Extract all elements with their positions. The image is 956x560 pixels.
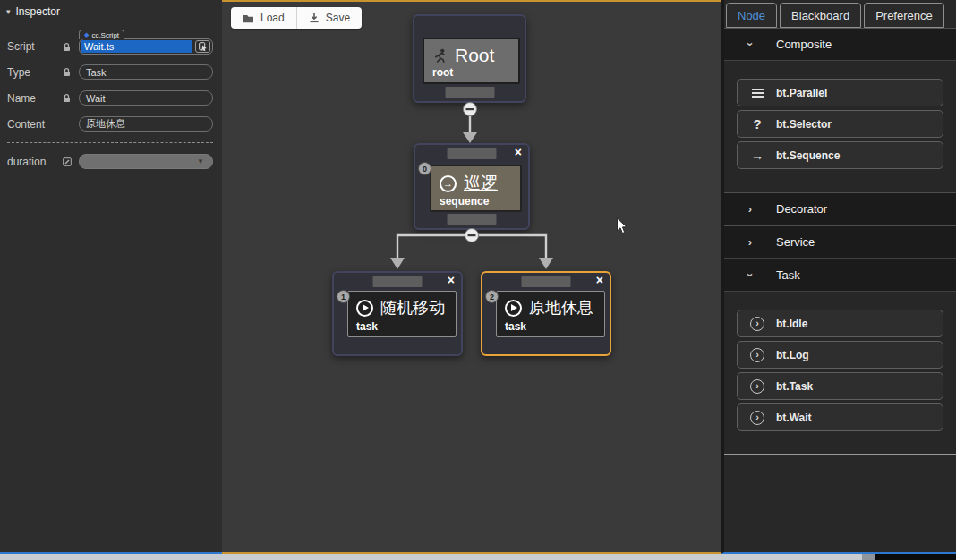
duration-row: duration ▼ (7, 154, 213, 169)
palette-item-label: bt.Task (776, 380, 813, 393)
horizontal-scrollbar (0, 554, 956, 560)
tab-preference[interactable]: Preference (864, 3, 944, 28)
section-label: Task (776, 268, 800, 282)
arrow-right-icon: → (749, 148, 765, 163)
close-node-button[interactable]: × (596, 273, 603, 287)
node-title: 原地休息 (529, 297, 593, 318)
node-title: Root (455, 45, 494, 66)
question-icon: ? (749, 116, 765, 132)
script-input[interactable]: Wait.ts (81, 40, 192, 53)
circled-chevron-icon: › (749, 379, 765, 394)
node-body[interactable]: 原地休息 task (496, 291, 605, 337)
section-label: Service (776, 235, 815, 249)
section-header-decorator[interactable]: › Decorator (724, 192, 956, 225)
lock-icon (63, 42, 79, 52)
section-label: Composite (776, 38, 832, 51)
palette-item-parallel[interactable]: bt.Parallel (737, 79, 943, 106)
load-button[interactable]: Load (231, 7, 296, 29)
palette-item-label: bt.Parallel (776, 87, 827, 99)
edit-icon (63, 157, 79, 166)
type-row: Type Task (7, 64, 213, 80)
input-port[interactable] (373, 276, 423, 287)
palette-item-log[interactable]: › bt.Log (737, 341, 943, 369)
lock-icon (63, 93, 79, 103)
node-subtitle: task (497, 320, 604, 336)
input-port[interactable] (522, 276, 571, 287)
content-row: Content 原地休息 (7, 116, 213, 132)
palette-item-label: bt.Sequence (776, 149, 840, 162)
pick-asset-icon (199, 42, 208, 51)
duration-dropdown[interactable]: ▼ (79, 154, 213, 169)
tab-node[interactable]: Node (726, 3, 777, 28)
inspector-panel: ▾ Inspector Script ◆ cc.Script Wait.ts (0, 0, 222, 554)
duration-label: duration (7, 156, 63, 168)
graph-node-root[interactable]: Root root (413, 14, 526, 103)
circled-chevron-icon: › (749, 317, 765, 331)
scrollbar-thumb[interactable] (862, 554, 875, 560)
parallel-icon (749, 89, 765, 98)
content-input[interactable]: 原地休息 (79, 116, 213, 132)
palette-item-task[interactable]: › bt.Task (737, 372, 943, 400)
close-node-button[interactable]: × (515, 145, 522, 159)
save-button[interactable]: Save (296, 7, 362, 29)
collapse-button-root[interactable] (464, 103, 477, 116)
section-label: Decorator (776, 202, 827, 216)
download-icon (309, 13, 320, 23)
output-port[interactable] (445, 87, 494, 98)
name-input[interactable]: Wait (79, 90, 213, 106)
load-button-label: Load (260, 12, 285, 24)
palette-item-idle[interactable]: › bt.Idle (737, 310, 943, 337)
script-field-group: Wait.ts (79, 38, 213, 55)
input-port[interactable] (448, 148, 497, 159)
palette-tabbar: Node Blackboard Preference (724, 0, 956, 28)
node-body[interactable]: Root root (423, 38, 520, 84)
node-title: 随机移动 (380, 297, 445, 318)
graph-node-task-randommove[interactable]: × 1 随机移动 task (332, 271, 463, 356)
palette-item-label: bt.Log (776, 349, 809, 361)
palette-item-selector[interactable]: ? bt.Selector (737, 110, 943, 138)
node-subtitle: task (348, 320, 456, 336)
name-label: Name (7, 92, 63, 105)
close-node-button[interactable]: × (448, 273, 455, 287)
tab-blackboard[interactable]: Blackboard (780, 3, 861, 28)
node-palette-panel: Node Blackboard Preference › Composite b… (721, 0, 956, 554)
script-row: Script ◆ cc.Script Wait.ts (7, 38, 213, 54)
mouse-cursor (616, 217, 628, 239)
section-header-composite[interactable]: › Composite (724, 28, 956, 61)
inspector-header[interactable]: ▾ Inspector (0, 0, 222, 23)
folder-icon (243, 13, 254, 23)
order-badge: 1 (337, 290, 350, 303)
palette-item-label: bt.Idle (776, 318, 807, 330)
node-subtitle: sequence (431, 195, 520, 211)
dropdown-arrow-icon: ▼ (197, 157, 204, 165)
collapse-button-sequence[interactable] (465, 229, 479, 242)
script-type-chip: ◆ cc.Script (79, 30, 124, 39)
graph-node-sequence[interactable]: × 0 → 巡逻 sequence (414, 143, 530, 230)
name-row: Name Wait (7, 90, 213, 106)
section-header-task[interactable]: › Task (724, 259, 956, 292)
chevron-right-icon: › (744, 202, 756, 216)
graph-canvas[interactable]: Load Save (222, 0, 721, 554)
task-items: › bt.Idle › bt.Log › bt.Task › bt.Wait (724, 292, 956, 454)
type-label: Type (7, 66, 63, 79)
node-body[interactable]: 随机移动 task (347, 291, 457, 337)
palette-item-sequence[interactable]: → bt.Sequence (737, 141, 943, 169)
chevron-down-icon: › (744, 269, 757, 282)
lock-icon (63, 67, 79, 77)
asset-diamond-icon: ◆ (84, 31, 89, 38)
chevron-down-icon: › (744, 38, 757, 51)
play-icon (505, 300, 522, 317)
type-input[interactable]: Task (79, 64, 213, 80)
runner-icon (432, 48, 448, 64)
save-button-label: Save (326, 12, 350, 24)
circled-chevron-icon: › (749, 348, 765, 362)
node-body[interactable]: → 巡逻 sequence (430, 165, 522, 212)
behavior-tree-editor-window: ▾ Inspector Script ◆ cc.Script Wait.ts (0, 0, 956, 560)
scrollbar-track[interactable] (0, 554, 862, 560)
output-port[interactable] (448, 214, 497, 225)
inspector-title: Inspector (16, 5, 60, 18)
section-header-service[interactable]: › Service (724, 225, 956, 259)
palette-item-wait[interactable]: › bt.Wait (737, 403, 943, 431)
graph-node-task-rest[interactable]: × 2 原地休息 task (481, 271, 611, 356)
script-picker-button[interactable] (195, 40, 210, 53)
